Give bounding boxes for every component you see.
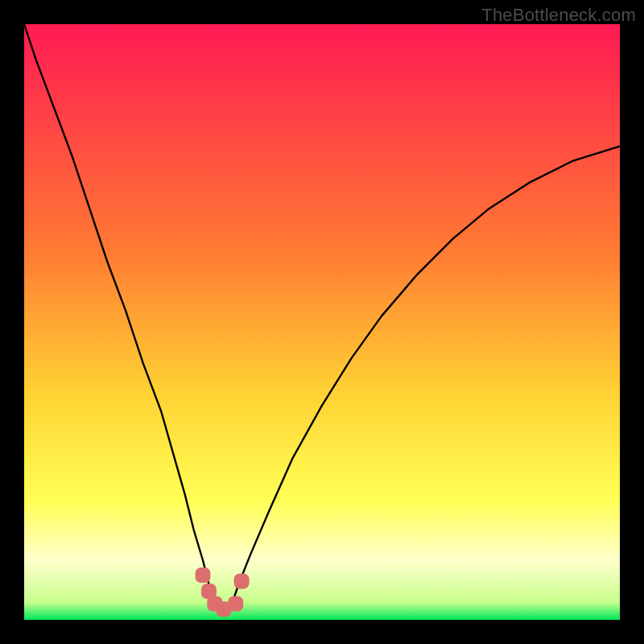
curve-layer bbox=[24, 24, 620, 620]
marker-dot bbox=[228, 597, 243, 612]
watermark-text: TheBottleneck.com bbox=[481, 5, 636, 26]
marker-dot bbox=[196, 568, 211, 583]
plot-area bbox=[24, 24, 620, 620]
curve-markers bbox=[196, 568, 250, 617]
marker-dot bbox=[234, 573, 250, 588]
chart-frame: TheBottleneck.com bbox=[0, 0, 644, 644]
bottleneck-curve bbox=[24, 24, 620, 611]
